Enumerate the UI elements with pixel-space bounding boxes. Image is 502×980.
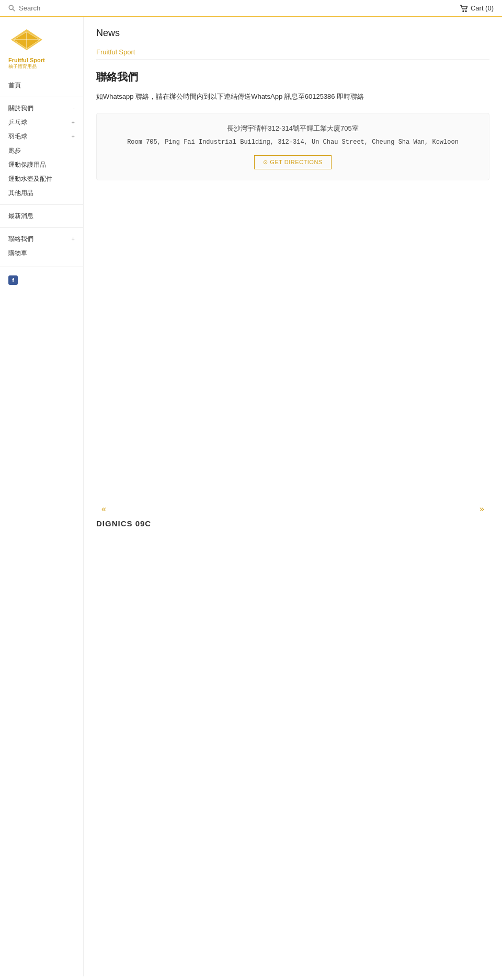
address-card: 長沙灣宇晴軒312-314號平輝工業大廈705室 Room 705, Ping … bbox=[96, 113, 489, 180]
cart-area[interactable]: Cart (0) bbox=[460, 4, 494, 12]
facebook-icon[interactable]: f bbox=[8, 275, 18, 285]
sidebar-item-contact[interactable]: 聯絡我們 + bbox=[0, 232, 83, 246]
carousel-section: « » DIGNICS 09C bbox=[96, 494, 489, 528]
news-heading: News bbox=[96, 28, 489, 39]
logo-brand: Fruitful Sport bbox=[8, 56, 45, 64]
address-chinese: 長沙灣宇晴軒312-314號平輝工業大廈705室 bbox=[107, 124, 478, 133]
search-area bbox=[8, 4, 107, 12]
sidebar-social: f bbox=[0, 271, 83, 289]
sidebar-item-protection[interactable]: 運動保護用品 bbox=[0, 158, 83, 172]
address-english: Room 705, Ping Fai Industrial Building, … bbox=[107, 137, 478, 147]
get-directions-button[interactable]: ⊙ GET DIRECTIONS bbox=[254, 155, 331, 169]
sidebar: Fruitful Sport 柚子體育用品 首頁 關於我們 - 乒乓球 + 羽毛… bbox=[0, 17, 84, 976]
carousel-prev-arrow[interactable]: « bbox=[101, 504, 106, 514]
sidebar-item-about[interactable]: 關於我們 - bbox=[0, 101, 83, 116]
logo-subtext: 柚子體育用品 bbox=[8, 64, 45, 70]
main-content: News Fruitful Sport 聯絡我們 如Whatsapp 聯絡，請在… bbox=[84, 17, 502, 976]
carousel-next-arrow[interactable]: » bbox=[480, 504, 484, 514]
svg-line-1 bbox=[13, 9, 15, 11]
sidebar-item-bottles[interactable]: 運動水壺及配件 bbox=[0, 172, 83, 186]
cart-label: Cart (0) bbox=[471, 4, 494, 12]
sidebar-item-home[interactable]: 首頁 bbox=[0, 78, 83, 93]
logo-icon bbox=[8, 27, 45, 55]
sidebar-item-others[interactable]: 其他用品 bbox=[0, 186, 83, 200]
sidebar-item-pingpong[interactable]: 乒乓球 + bbox=[0, 116, 83, 130]
contact-heading: 聯絡我們 bbox=[96, 70, 489, 84]
sidebar-item-cart[interactable]: 購物車 bbox=[0, 246, 83, 260]
svg-point-0 bbox=[9, 5, 13, 9]
cart-icon bbox=[460, 5, 468, 12]
logo-area[interactable]: Fruitful Sport 柚子體育用品 bbox=[0, 22, 83, 78]
news-section: News Fruitful Sport bbox=[96, 28, 489, 60]
sidebar-item-news[interactable]: 最新消息 bbox=[0, 209, 83, 223]
product-title: DIGNICS 09C bbox=[96, 519, 489, 528]
search-icon bbox=[8, 5, 16, 12]
top-bar: Cart (0) bbox=[0, 0, 502, 17]
svg-point-3 bbox=[465, 10, 466, 11]
news-brand-link[interactable]: Fruitful Sport bbox=[96, 45, 489, 60]
carousel-nav: « » bbox=[96, 504, 489, 514]
search-input[interactable] bbox=[19, 4, 107, 12]
contact-whatsapp-text: 如Whatsapp 聯絡，請在辦公時間內到以下連結傳送WhatsApp 訊息至6… bbox=[96, 91, 489, 102]
contact-section: 聯絡我們 如Whatsapp 聯絡，請在辦公時間內到以下連結傳送WhatsApp… bbox=[96, 70, 489, 180]
main-layout: Fruitful Sport 柚子體育用品 首頁 關於我們 - 乒乓球 + 羽毛… bbox=[0, 17, 502, 976]
sidebar-item-running[interactable]: 跑步 bbox=[0, 144, 83, 158]
sidebar-nav: 首頁 關於我們 - 乒乓球 + 羽毛球 + 跑步 運動保護用品 運動水壺及 bbox=[0, 78, 83, 260]
svg-point-2 bbox=[463, 10, 464, 11]
sidebar-item-badminton[interactable]: 羽毛球 + bbox=[0, 130, 83, 144]
